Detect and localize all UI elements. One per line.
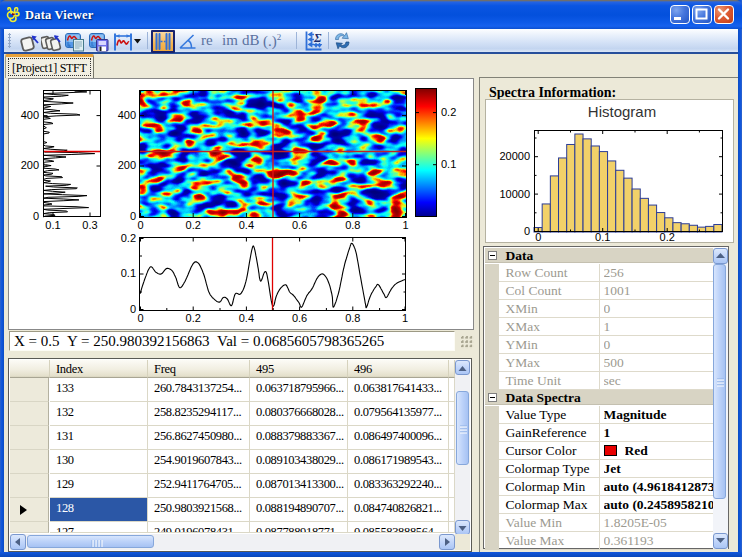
svg-text:0.8: 0.8: [345, 219, 360, 231]
svg-text:0.6: 0.6: [292, 312, 307, 324]
svg-text:0: 0: [524, 225, 530, 237]
svg-text:0.4: 0.4: [239, 312, 254, 324]
svg-text:0.2: 0.2: [121, 232, 136, 244]
svg-text:0: 0: [137, 312, 143, 324]
svg-text:400: 400: [21, 109, 39, 121]
svg-text:0.2: 0.2: [186, 219, 201, 231]
svg-text:0.2: 0.2: [660, 231, 675, 242]
svg-text:0: 0: [33, 210, 39, 222]
svg-text:1: 1: [402, 312, 408, 324]
svg-text:0.3: 0.3: [82, 219, 97, 231]
svg-text:0: 0: [137, 219, 143, 231]
svg-text:10000: 10000: [499, 188, 530, 200]
svg-text:1: 1: [402, 219, 408, 231]
svg-text:200: 200: [118, 159, 136, 171]
svg-text:0.2: 0.2: [186, 312, 201, 324]
svg-text:0.8: 0.8: [345, 312, 360, 324]
svg-text:400: 400: [118, 109, 136, 121]
svg-text:20000: 20000: [499, 150, 530, 162]
svg-text:0.4: 0.4: [239, 219, 254, 231]
svg-text:Histogram: Histogram: [588, 103, 656, 120]
svg-text:0.1: 0.1: [121, 267, 136, 279]
svg-text:0: 0: [130, 210, 136, 222]
svg-text:0.6: 0.6: [292, 219, 307, 231]
svg-text:Σ: Σ: [313, 31, 322, 45]
svg-text:0.2: 0.2: [441, 106, 456, 118]
svg-text:0: 0: [130, 303, 136, 315]
svg-text:200: 200: [21, 159, 39, 171]
svg-text:0: 0: [535, 231, 541, 242]
svg-text:0.1: 0.1: [45, 219, 60, 231]
svg-text:0.1: 0.1: [441, 158, 456, 170]
svg-text:0.1: 0.1: [595, 231, 610, 242]
